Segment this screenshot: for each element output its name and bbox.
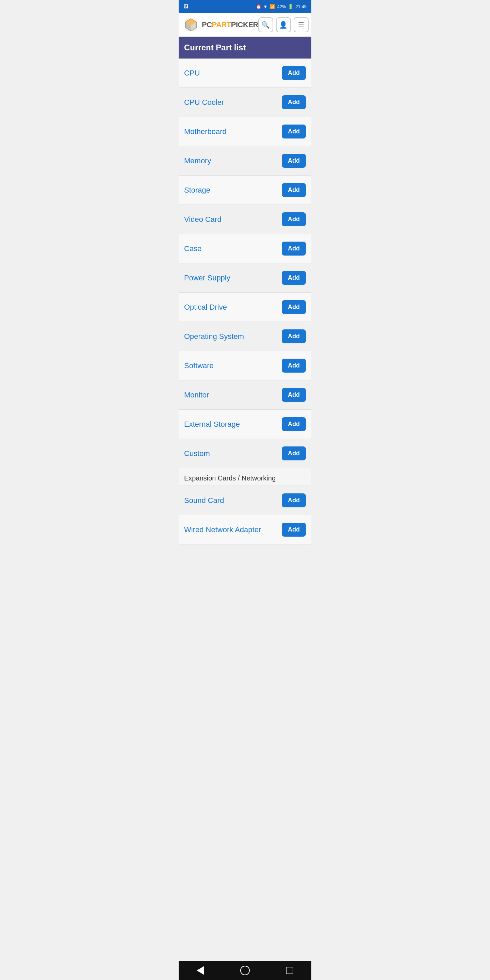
add-button-wired-network-adapter[interactable]: Add: [282, 523, 306, 537]
add-button-custom[interactable]: Add: [282, 447, 306, 460]
add-button-cpu[interactable]: Add: [282, 66, 306, 80]
search-button[interactable]: 🔍: [258, 18, 273, 32]
add-button-operating-system[interactable]: Add: [282, 329, 306, 343]
part-row-memory: Memory Add: [179, 146, 311, 176]
back-icon: [197, 966, 204, 975]
header: PCPARTPICKER 🔍 👤 ☰: [179, 13, 311, 37]
battery-text: 42%: [277, 4, 286, 9]
part-name-cpu-cooler: CPU Cooler: [184, 98, 224, 107]
logo-text: PCPARTPICKER: [202, 21, 258, 29]
part-name-sound-card: Sound Card: [184, 496, 224, 505]
home-button[interactable]: [240, 966, 250, 975]
part-name-optical-drive: Optical Drive: [184, 303, 227, 312]
part-row-case: Case Add: [179, 234, 311, 263]
search-icon: 🔍: [261, 21, 270, 29]
bottom-nav: [179, 961, 311, 980]
part-name-memory: Memory: [184, 156, 211, 165]
subsection-label: Expansion Cards / Networking: [179, 468, 311, 486]
part-name-operating-system: Operating System: [184, 332, 244, 341]
add-button-memory[interactable]: Add: [282, 154, 306, 168]
part-row-custom: Custom Add: [179, 439, 311, 468]
part-name-external-storage: External Storage: [184, 420, 240, 429]
time-display: 21:45: [295, 4, 307, 9]
part-row-cpu-cooler: CPU Cooler Add: [179, 88, 311, 117]
profile-button[interactable]: 👤: [276, 18, 291, 32]
part-row-external-storage: External Storage Add: [179, 410, 311, 439]
header-icons: 🔍 👤 ☰: [258, 18, 309, 32]
section-title-bar: Current Part list: [179, 37, 311, 59]
part-row-wired-network-adapter: Wired Network Adapter Add: [179, 515, 311, 544]
part-row-cpu: CPU Add: [179, 59, 311, 88]
alarm-icon: ⏰: [256, 4, 261, 9]
part-name-video-card: Video Card: [184, 215, 221, 224]
signal-icon: 📶: [269, 4, 275, 9]
logo-icon: [183, 18, 198, 32]
add-button-motherboard[interactable]: Add: [282, 124, 306, 138]
add-button-optical-drive[interactable]: Add: [282, 300, 306, 314]
battery-icon: 🔋: [288, 4, 293, 9]
status-bar: 🖼 ⏰ ▼ 📶 42% 🔋 21:45: [179, 0, 311, 13]
part-row-operating-system: Operating System Add: [179, 322, 311, 351]
logo-container: PCPARTPICKER: [183, 18, 258, 32]
part-row-video-card: Video Card Add: [179, 205, 311, 234]
add-button-video-card[interactable]: Add: [282, 212, 306, 226]
add-button-monitor[interactable]: Add: [282, 388, 306, 402]
image-icon: 🖼: [183, 4, 188, 9]
part-name-custom: Custom: [184, 449, 210, 458]
add-button-cpu-cooler[interactable]: Add: [282, 95, 306, 109]
part-name-case: Case: [184, 244, 202, 253]
part-name-wired-network-adapter: Wired Network Adapter: [184, 525, 261, 534]
part-list: CPU Add CPU Cooler Add Motherboard Add M…: [179, 59, 311, 544]
part-name-monitor: Monitor: [184, 391, 209, 399]
content-area: CPU Add CPU Cooler Add Motherboard Add M…: [179, 59, 311, 565]
wifi-icon: ▼: [263, 4, 268, 9]
add-button-storage[interactable]: Add: [282, 183, 306, 197]
part-row-power-supply: Power Supply Add: [179, 263, 311, 293]
part-row-software: Software Add: [179, 351, 311, 380]
menu-icon: ☰: [298, 21, 304, 29]
profile-icon: 👤: [279, 21, 288, 29]
add-button-sound-card[interactable]: Add: [282, 493, 306, 508]
add-button-power-supply[interactable]: Add: [282, 271, 306, 285]
part-row-monitor: Monitor Add: [179, 380, 311, 410]
part-name-motherboard: Motherboard: [184, 127, 227, 136]
part-name-software: Software: [184, 361, 214, 370]
part-row-motherboard: Motherboard Add: [179, 117, 311, 146]
part-name-storage: Storage: [184, 186, 210, 195]
part-row-optical-drive: Optical Drive Add: [179, 293, 311, 322]
part-row-storage: Storage Add: [179, 176, 311, 205]
part-name-power-supply: Power Supply: [184, 274, 231, 282]
recents-button[interactable]: [286, 967, 293, 974]
page-title: Current Part list: [184, 43, 306, 52]
add-button-case[interactable]: Add: [282, 242, 306, 256]
part-name-cpu: CPU: [184, 69, 200, 78]
home-icon: [240, 966, 250, 975]
back-button[interactable]: [197, 966, 204, 975]
part-row-sound-card: Sound Card Add: [179, 486, 311, 515]
add-button-external-storage[interactable]: Add: [282, 417, 306, 431]
menu-button[interactable]: ☰: [294, 18, 309, 32]
recents-icon: [286, 967, 293, 974]
status-bar-right: ⏰ ▼ 📶 42% 🔋 21:45: [256, 4, 307, 9]
status-bar-left: 🖼: [183, 4, 188, 9]
add-button-software[interactable]: Add: [282, 359, 306, 372]
